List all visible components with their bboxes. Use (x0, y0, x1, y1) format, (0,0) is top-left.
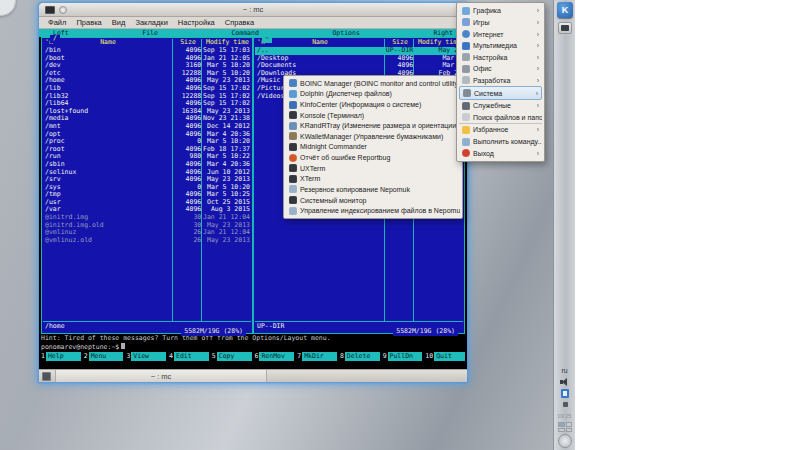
menu-item-development[interactable]: Разработка› (459, 75, 542, 87)
fkey-menu[interactable]: 2Menu (84, 352, 124, 361)
keyboard-layout-indicator[interactable]: ru (554, 367, 575, 374)
mc-left-panel: /'nNameSizeModify time/bin4096Sep 15 17:… (41, 37, 253, 334)
menu-item-label: Системный монитор (300, 197, 366, 204)
menu-item-internet[interactable]: Интернет› (459, 28, 542, 40)
new-tab-button[interactable] (42, 372, 51, 381)
applications-menu: Графика›Игры›Интернет›Мультимедиа›Настро… (456, 2, 545, 162)
mc-menu-item-file[interactable]: File (142, 29, 158, 37)
konsole-menu-item-1[interactable]: Правка (71, 18, 106, 27)
menu-item-midnight-commander[interactable]: Midnight Commander (286, 142, 460, 153)
menu-item-uxterm[interactable]: UXTerm (286, 163, 460, 174)
klipper-icon[interactable] (561, 389, 569, 398)
menu-item-system[interactable]: Система› (459, 86, 542, 100)
menu-item-boinc[interactable]: BOINC Manager (BOINC monitor and control… (286, 78, 460, 89)
menu-item-label: KWalletManager (Управление бумажниками) (300, 133, 443, 140)
menu-item-nepomuk-index[interactable]: Управление индексированием файлов в Nepo… (286, 205, 460, 216)
fkey-copy[interactable]: 5Copy (212, 352, 252, 361)
fkey-mkdir[interactable]: 7MkDir (297, 352, 337, 361)
system-monitor-icon (289, 196, 297, 204)
menu-item-settings[interactable]: Настройка› (459, 51, 542, 63)
file-row[interactable]: /..UP--DIRMay 23 (255, 47, 463, 55)
search-icon (462, 113, 470, 121)
file-name: @vmlinuz.old (43, 237, 171, 245)
desktop-pager[interactable] (558, 422, 572, 432)
menu-item-label: Мультимедиа (473, 42, 517, 49)
menu-item-nepomuk-backup[interactable]: Резервное копирование Nepomuk (286, 184, 460, 195)
file-name: /home (43, 77, 171, 85)
volume-icon[interactable] (560, 378, 570, 386)
menu-item-run[interactable]: Выполнить команду... (459, 136, 542, 148)
menu-item-office[interactable]: Офис› (459, 63, 542, 75)
fkey-quit[interactable]: 10Quit (425, 352, 465, 361)
menu-item-xterm[interactable]: XTerm (286, 173, 460, 184)
panel-path[interactable]: / (50, 35, 60, 43)
fkey-number: 10 (425, 352, 434, 361)
nepomuk-backup-icon (289, 185, 297, 193)
menu-item-multimedia[interactable]: Мультимедиа› (459, 40, 542, 52)
menu-item-search[interactable]: Поиск файлов и папок (459, 111, 542, 123)
column-name[interactable]: Name (43, 39, 173, 47)
menu-item-kinfocenter[interactable]: KInfoCenter (Информация о системе) (286, 99, 460, 110)
mc-menu-item-command[interactable]: Command (231, 29, 258, 37)
file-mtime: May 23 2013 (201, 237, 251, 245)
panel-cashew[interactable] (558, 434, 572, 448)
desktop-toolbox[interactable] (0, 0, 16, 16)
menu-item-utilities[interactable]: Служебные› (459, 100, 542, 112)
menu-item-games[interactable]: Игры› (459, 17, 542, 29)
file-name: /selinux (43, 169, 171, 177)
menu-item-label: Konsole (Терминал) (300, 112, 364, 119)
panel-path[interactable]: ~ (262, 35, 272, 43)
submenu-arrow-icon: › (537, 54, 539, 61)
window-title: ~ : mc (39, 5, 467, 14)
file-row[interactable]: /Desktop4096Mar 4 (255, 55, 463, 63)
column-modify-time[interactable]: Modify time (203, 39, 252, 47)
menu-item-konsole[interactable]: Konsole (Терминал) (286, 110, 460, 121)
file-name: /mnt (43, 123, 171, 131)
tray-icon[interactable] (563, 402, 568, 407)
column-name[interactable]: Name (255, 39, 385, 47)
file-name: /srv (43, 176, 171, 184)
fkey-label: Edit (174, 352, 209, 361)
reportbug-icon (289, 154, 297, 162)
submenu-arrow-icon: › (537, 126, 539, 133)
menu-item-reportbug[interactable]: Отчёт об ошибке Reportbug (286, 152, 460, 163)
fkey-label: Delete (345, 352, 380, 361)
clock[interactable]: 09:25 (554, 413, 575, 419)
file-name: /lib (43, 85, 171, 93)
panel-app-button[interactable] (558, 22, 572, 34)
konsole-menu-item-3[interactable]: Закладки (130, 18, 172, 27)
menu-item-favorites[interactable]: Избранное› (459, 123, 542, 136)
fkey-pulldn[interactable]: 9PullDn (383, 352, 423, 361)
column-size[interactable]: Size (386, 39, 414, 47)
konsole-menu-item-4[interactable]: Настройка (173, 18, 220, 27)
fkey-help[interactable]: 1Help (41, 352, 81, 361)
graphics-icon (462, 7, 470, 15)
konsole-menubar: ФайлПравкаВидЗакладкиНастройкаСправка (39, 17, 467, 29)
konsole-menu-item-5[interactable]: Справка (220, 18, 259, 27)
mc-menu-item-options[interactable]: Options (332, 29, 359, 37)
menu-item-logout[interactable]: Выход› (459, 147, 542, 159)
shell-prompt[interactable]: ponomarev@neptune:~$ (41, 343, 465, 352)
konsole-menu-item-2[interactable]: Вид (107, 18, 131, 27)
file-size: 26 (171, 237, 201, 245)
menu-item-graphics[interactable]: Графика› (459, 5, 542, 17)
file-row[interactable]: @vmlinuz.old26May 23 2013 (43, 237, 251, 245)
fkey-edit[interactable]: 4Edit (169, 352, 209, 361)
mc-menu-item-right[interactable]: Right (433, 29, 453, 37)
konsole-menu-item-0[interactable]: Файл (43, 18, 71, 27)
menu-item-kwalletmanager[interactable]: KWalletManager (Управление бумажниками) (286, 131, 460, 142)
menu-item-label: Резервное копирование Nepomuk (300, 186, 410, 193)
fkey-renmov[interactable]: 6RenMov (255, 352, 295, 361)
kickoff-launcher-button[interactable]: K (557, 2, 573, 18)
menu-item-krandrtray[interactable]: KRandRTray (Изменение размера и ориентац… (286, 120, 460, 131)
menu-item-system-monitor[interactable]: Системный монитор (286, 195, 460, 206)
column-size[interactable]: Size (174, 39, 202, 47)
fkey-view[interactable]: 3View (126, 352, 166, 361)
menu-item-label: Dolphin (Диспетчер файлов) (300, 90, 392, 97)
file-name: /lib32 (43, 93, 171, 101)
file-row[interactable]: /Documents4096Mar 3 (255, 62, 463, 70)
menu-item-dolphin[interactable]: Dolphin (Диспетчер файлов) (286, 89, 460, 100)
fkey-delete[interactable]: 8Delete (340, 352, 380, 361)
window-titlebar[interactable]: ~ : mc (39, 3, 467, 17)
tab-mc[interactable]: ~ : mc (55, 370, 267, 382)
